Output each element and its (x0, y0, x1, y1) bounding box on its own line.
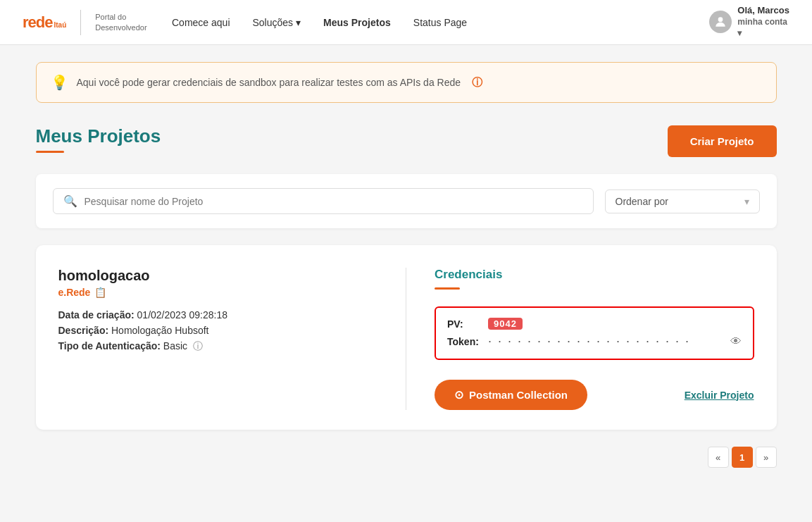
info-banner: 💡 Aqui você pode gerar credenciais de sa… (36, 62, 777, 103)
project-description: Descrição: Homologação Hubsoft (58, 325, 378, 336)
excluir-projeto-button[interactable]: Excluir Projeto (685, 390, 754, 401)
pagination: « 1 » (36, 447, 777, 468)
nav-solucoes[interactable]: Soluções (253, 17, 301, 28)
banner-id-icon: ⓘ (472, 76, 482, 89)
project-right: Credenciais PV: 9042 Token: · · · · · · … (406, 268, 754, 410)
project-type: e.Rede 📋 (58, 287, 378, 298)
download-circle-icon: ⊙ (454, 388, 463, 402)
page-title-area: Meus Projetos (36, 125, 161, 153)
navbar: rede Itaú Portal do Desenvolvedor Comece… (0, 0, 812, 45)
file-icon: 📋 (94, 287, 106, 298)
logo-subtitle: Portal do Desenvolvedor (95, 12, 146, 32)
svg-point-0 (718, 18, 723, 23)
credentials-underline (435, 287, 460, 290)
search-icon: 🔍 (63, 194, 77, 208)
nav-links: Comece aqui Soluções Meus Projetos Statu… (172, 17, 687, 28)
logo-rede: rede Itaú (23, 13, 66, 32)
logo-itau: Itaú (54, 21, 66, 29)
card-actions: ⊙ Postman Collection Excluir Projeto (435, 380, 754, 410)
user-text: Olá, Marcos minha conta (737, 5, 789, 39)
project-auth: Tipo de Autenticação: Basic ⓘ (58, 340, 378, 353)
logo-brand: rede (23, 13, 52, 32)
project-creation: Data de criação: 01/02/2023 09:28:18 (58, 309, 378, 321)
search-input-wrap[interactable]: 🔍 (53, 188, 594, 214)
title-underline (36, 151, 64, 153)
credentials-box: PV: 9042 Token: · · · · · · · · · · · · … (435, 306, 754, 360)
banner-text: Aqui você pode gerar credenciais de sand… (77, 77, 461, 88)
postman-collection-button[interactable]: ⊙ Postman Collection (435, 380, 587, 410)
page-header: Meus Projetos Criar Projeto (36, 125, 777, 157)
pv-value: 9042 (488, 318, 523, 330)
info-icon: ⓘ (193, 340, 203, 352)
project-name: homologacao (58, 268, 378, 284)
pagination-next[interactable]: » (756, 447, 777, 468)
user-chevron-icon (737, 28, 789, 39)
sort-select[interactable]: Ordenar por (605, 189, 760, 213)
logo-divider (80, 10, 81, 35)
nav-user[interactable]: Olá, Marcos minha conta (709, 5, 789, 39)
token-label: Token: (447, 336, 482, 347)
sort-chevron-icon (744, 196, 749, 207)
chevron-down-icon (296, 17, 301, 28)
search-input[interactable] (85, 196, 583, 207)
lightbulb-icon: 💡 (51, 74, 68, 91)
cred-token-row: Token: · · · · · · · · · · · · · · · · ·… (447, 334, 742, 349)
project-left: homologacao e.Rede 📋 Data de criação: 01… (58, 268, 378, 410)
project-card: homologacao e.Rede 📋 Data de criação: 01… (36, 245, 777, 430)
eye-icon[interactable]: 👁 (730, 335, 742, 348)
sort-label: Ordenar por (616, 196, 737, 207)
nav-meus-projetos[interactable]: Meus Projetos (323, 17, 391, 28)
token-dots: · · · · · · · · · · · · · · · · · · · · … (488, 334, 725, 349)
search-bar-row: 🔍 Ordenar por (36, 174, 777, 228)
pagination-page-1[interactable]: 1 (732, 447, 753, 468)
page-content: 💡 Aqui você pode gerar credenciais de sa… (19, 45, 794, 485)
avatar (709, 11, 732, 33)
pv-label: PV: (447, 318, 482, 330)
logo-area: rede Itaú Portal do Desenvolvedor (23, 10, 149, 35)
credentials-title: Credenciais (435, 268, 754, 282)
nav-comece-aqui[interactable]: Comece aqui (172, 17, 230, 28)
pagination-prev[interactable]: « (708, 447, 729, 468)
cred-pv-row: PV: 9042 (447, 318, 742, 330)
criar-projeto-button[interactable]: Criar Projeto (668, 125, 777, 157)
nav-status-page[interactable]: Status Page (413, 17, 467, 28)
page-title: Meus Projetos (36, 125, 161, 147)
